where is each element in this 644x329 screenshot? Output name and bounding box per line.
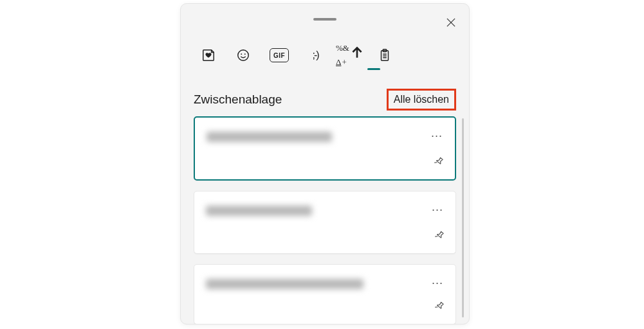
clipboard-item-content xyxy=(206,206,312,216)
clipboard-list: ········· xyxy=(194,116,456,324)
pin-icon xyxy=(434,233,445,244)
svg-line-10 xyxy=(434,161,437,164)
symbols-icon: %& Δ+ xyxy=(336,45,364,66)
section-header: Zwischenablage Alle löschen xyxy=(194,89,456,111)
tab-kaomoji[interactable]: ;-) xyxy=(307,42,324,68)
svg-point-3 xyxy=(241,53,242,55)
item-pin-button[interactable] xyxy=(434,230,445,244)
tab-symbols[interactable]: %& Δ+ xyxy=(342,42,358,68)
tab-emoji[interactable] xyxy=(235,42,252,68)
emoji-clipboard-panel: GIF ;-) %& Δ+ Zwischenablage Alle lösche… xyxy=(180,3,470,325)
section-title: Zwischenablage xyxy=(194,93,282,107)
svg-point-2 xyxy=(238,50,249,61)
clear-all-button[interactable]: Alle löschen xyxy=(387,89,456,111)
category-tabs: GIF ;-) %& Δ+ xyxy=(200,42,393,68)
item-pin-button[interactable] xyxy=(433,156,445,170)
kaomoji-label: ;-) xyxy=(312,49,318,61)
close-button[interactable] xyxy=(442,13,460,31)
pin-icon xyxy=(433,159,445,170)
pin-icon xyxy=(434,303,445,314)
tab-clipboard[interactable] xyxy=(376,42,393,68)
item-pin-button[interactable] xyxy=(434,301,445,315)
active-tab-indicator xyxy=(367,68,380,70)
close-icon xyxy=(446,18,455,27)
gif-label: GIF xyxy=(273,52,285,59)
svg-point-4 xyxy=(244,53,246,55)
item-more-button[interactable]: ··· xyxy=(431,203,444,217)
clipboard-icon xyxy=(378,48,392,62)
clipboard-item[interactable]: ··· xyxy=(194,116,456,181)
sticker-heart-icon xyxy=(201,48,216,62)
tab-recent[interactable] xyxy=(200,42,217,68)
item-more-button[interactable]: ··· xyxy=(431,276,444,290)
svg-line-12 xyxy=(435,306,437,308)
smiley-icon xyxy=(236,48,250,62)
item-more-button[interactable]: ··· xyxy=(430,129,443,143)
clipboard-item[interactable]: ··· xyxy=(194,191,456,254)
clipboard-item-content xyxy=(207,132,332,142)
clipboard-item[interactable]: ··· xyxy=(194,264,456,324)
tab-gif[interactable]: GIF xyxy=(270,48,289,62)
arrow-icon xyxy=(350,45,364,59)
clipboard-item-content xyxy=(206,279,363,289)
drag-handle[interactable] xyxy=(313,18,336,21)
scrollbar[interactable] xyxy=(462,118,464,317)
svg-line-11 xyxy=(435,235,437,238)
